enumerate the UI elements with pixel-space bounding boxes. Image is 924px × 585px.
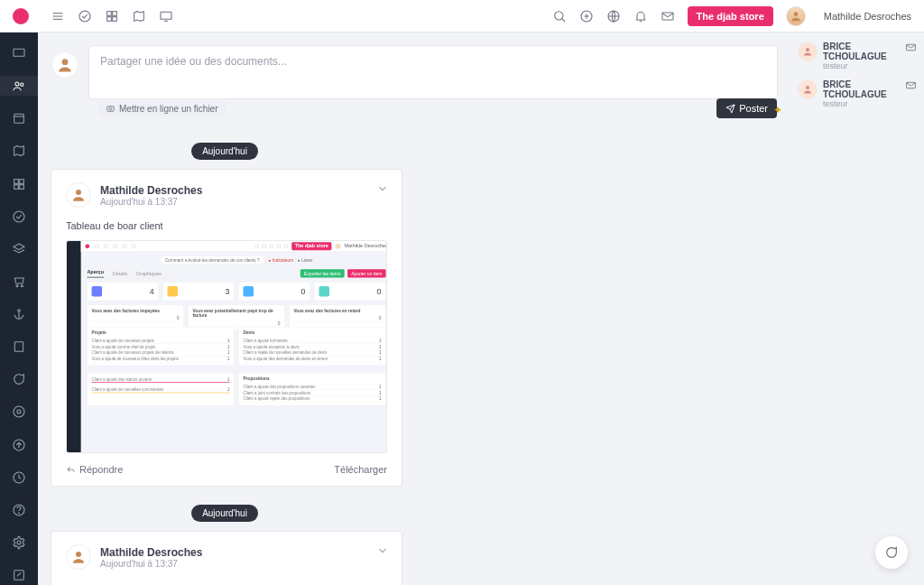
post-author: Mathilde Desroches — [100, 546, 202, 559]
feed: Aujourd'hui Mathilde Desroches Aujourd'h… — [51, 143, 778, 585]
svg-rect-30 — [20, 184, 24, 189]
chat-fab[interactable] — [875, 536, 908, 569]
nav-question[interactable] — [0, 500, 38, 520]
svg-point-34 — [21, 285, 23, 287]
plus-circle-icon[interactable] — [579, 9, 594, 23]
svg-point-38 — [14, 406, 24, 417]
top-icons-right: The djab store Mathilde Desroches — [552, 6, 911, 26]
nav-help[interactable] — [0, 402, 38, 422]
svg-rect-21 — [14, 49, 24, 56]
nav-cart[interactable] — [0, 272, 38, 292]
topbar: The djab store Mathilde Desroches — [0, 0, 924, 32]
svg-rect-24 — [14, 115, 24, 124]
day-separator: Aujourd'hui — [191, 505, 258, 522]
post-button[interactable]: Poster — [716, 98, 777, 118]
post-avatar — [66, 544, 91, 570]
download-button[interactable]: Télécharger — [334, 464, 387, 475]
svg-rect-7 — [113, 16, 117, 21]
member-mail-icon[interactable] — [905, 79, 917, 91]
reply-button[interactable]: Répondre — [66, 464, 123, 475]
svg-rect-50 — [907, 82, 916, 88]
svg-rect-29 — [14, 184, 19, 189]
svg-rect-9 — [161, 12, 171, 19]
mail-icon[interactable] — [661, 9, 675, 23]
nav-calendar[interactable] — [0, 108, 38, 128]
svg-point-53 — [109, 107, 112, 110]
search-icon[interactable] — [552, 9, 567, 23]
nav-time[interactable] — [0, 468, 38, 488]
member-role: testeur — [823, 99, 900, 108]
nav-book[interactable] — [0, 337, 38, 357]
check-circle-icon[interactable] — [78, 9, 92, 23]
post-time: Aujourd'hui à 13:37 — [100, 197, 202, 207]
bell-icon[interactable] — [633, 9, 648, 23]
member-item[interactable]: BRICE TCHOULAGUE testeur — [798, 79, 917, 108]
svg-point-33 — [16, 285, 18, 287]
globe-icon[interactable] — [606, 9, 621, 23]
nav-chat[interactable] — [0, 369, 38, 389]
nav-map[interactable] — [0, 141, 38, 161]
composer[interactable]: Partager une idée ou des documents... Me… — [88, 45, 778, 99]
svg-rect-19 — [662, 13, 673, 20]
svg-rect-5 — [113, 11, 117, 15]
post-collapse-icon[interactable] — [376, 182, 389, 198]
svg-point-44 — [19, 513, 20, 514]
post-avatar — [66, 182, 91, 208]
svg-rect-37 — [14, 342, 23, 352]
nav-edit[interactable] — [0, 565, 38, 585]
day-separator: Aujourd'hui — [191, 143, 258, 160]
member-name: BRICE TCHOULAGUE — [823, 79, 900, 99]
svg-point-56 — [76, 190, 81, 195]
post-card: Mathilde Desroches Aujourd'hui à 13:37 T… — [51, 169, 402, 487]
right-panel: BRICE TCHOULAGUE testeur BRICE TCHOULAGU… — [790, 32, 924, 585]
svg-marker-32 — [14, 244, 24, 250]
grid-icon[interactable] — [105, 9, 119, 23]
nav-dashboard[interactable] — [0, 43, 38, 63]
post-author: Mathilde Desroches — [100, 184, 202, 197]
svg-point-45 — [17, 541, 21, 544]
map-icon[interactable] — [132, 9, 146, 23]
post-time: Aujourd'hui à 13:37 — [100, 559, 202, 569]
post-collapse-icon[interactable] — [376, 544, 389, 560]
nav-anchor[interactable] — [0, 304, 38, 324]
post-title: Tableau de boar client — [66, 220, 387, 231]
member-name: BRICE TCHOULAGUE — [823, 42, 900, 61]
svg-rect-28 — [20, 179, 24, 183]
svg-point-49 — [806, 86, 809, 89]
app-logo[interactable] — [13, 8, 29, 24]
sidebar — [0, 32, 38, 585]
svg-line-12 — [561, 18, 564, 21]
nav-tasks[interactable] — [0, 207, 38, 227]
svg-marker-8 — [134, 11, 144, 21]
upload-label: Mettre en ligne un fichier — [119, 104, 218, 114]
main-area: Partager une idée ou des documents... Me… — [38, 32, 790, 585]
svg-point-57 — [76, 552, 81, 557]
user-avatar[interactable] — [786, 6, 806, 26]
post-attachment[interactable]: The djab store Mathilde Desroches Commen… — [66, 240, 387, 453]
upload-file-button[interactable]: Mettre en ligne un fichier — [98, 100, 226, 117]
user-name: Mathilde Desroches — [824, 11, 911, 22]
member-avatar — [798, 42, 818, 61]
post-card: Mathilde Desroches Aujourd'hui à 13:37 — [51, 531, 402, 585]
svg-point-20 — [793, 12, 798, 16]
nav-apps[interactable] — [0, 174, 38, 194]
spark-icon: ✦ — [773, 104, 782, 116]
store-button[interactable]: The djab store — [688, 6, 773, 26]
svg-point-51 — [62, 59, 69, 65]
monitor-icon[interactable] — [159, 9, 173, 23]
member-mail-icon[interactable] — [905, 42, 917, 53]
menu-icon[interactable] — [51, 9, 65, 23]
svg-rect-4 — [107, 11, 112, 15]
svg-point-35 — [18, 310, 21, 312]
nav-layers[interactable] — [0, 239, 38, 259]
svg-point-23 — [21, 83, 23, 86]
composer-avatar — [51, 51, 79, 79]
svg-point-3 — [79, 11, 90, 22]
nav-settings[interactable] — [0, 533, 38, 552]
nav-upload[interactable] — [0, 435, 38, 455]
member-role: testeur — [823, 61, 900, 70]
svg-marker-26 — [14, 146, 24, 156]
composer-placeholder[interactable]: Partager une idée ou des documents... — [100, 55, 766, 68]
member-item[interactable]: BRICE TCHOULAGUE testeur — [798, 42, 917, 70]
nav-people[interactable] — [0, 76, 38, 96]
